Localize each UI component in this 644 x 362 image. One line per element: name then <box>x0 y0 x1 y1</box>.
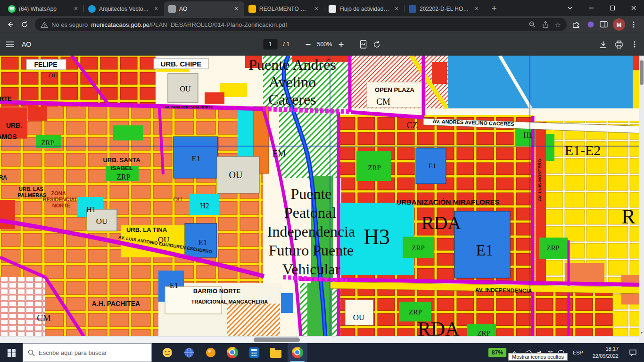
screen: ☎ (64) WhatsApp × Arquitectos Vectorial … <box>0 0 644 362</box>
map-label: ZONA <box>51 190 66 196</box>
taskbar-search-box[interactable]: Escribe aquí para buscar <box>23 343 152 362</box>
zoning-map-pdf-page[interactable]: FELIPE OU URB. CHIPE OU Puente Andrés Av… <box>0 56 644 337</box>
horizontal-scrollbar[interactable] <box>0 336 639 343</box>
smiley-icon[interactable] <box>157 343 177 362</box>
map-label: AV. LUIS MONTERO <box>537 159 542 201</box>
back-button[interactable] <box>4 18 17 31</box>
tab-title: Arquitectos Vectorial <box>99 6 149 12</box>
zoom-icon[interactable] <box>528 21 536 28</box>
map-label: OU <box>49 72 58 79</box>
map-label: OU <box>180 85 191 93</box>
orange-ball-icon[interactable] <box>201 343 221 362</box>
chrome-active-icon[interactable] <box>288 343 307 362</box>
security-label[interactable]: No es seguro <box>51 21 88 28</box>
close-tab-icon[interactable]: × <box>72 5 80 13</box>
whatsapp-icon: ☎ <box>8 5 16 13</box>
map-label: OU <box>173 196 182 203</box>
tab-hombre-doc[interactable]: 202202-D-EL HOMBR × <box>405 1 485 16</box>
maximize-button[interactable] <box>602 0 623 16</box>
scroll-down-arrow-icon[interactable]: ▼ <box>639 329 644 336</box>
download-button[interactable] <box>599 41 607 49</box>
pdf-more-options-kebab-icon[interactable] <box>631 41 638 48</box>
map-label: H2 <box>200 202 209 210</box>
tab-title: REGLAMENTO FINAL <box>259 6 309 12</box>
tab-ao-active[interactable]: AO × <box>164 1 244 16</box>
map-label: URB. SANTA <box>103 156 140 164</box>
minimize-button[interactable] <box>580 0 602 16</box>
not-secure-warning-icon <box>41 21 48 28</box>
browser-toolbar: No es seguro municatacaos.gob.pe/PLAN_DE… <box>0 16 644 33</box>
map-label: ZRP <box>409 308 422 316</box>
address-bar[interactable]: No es seguro municatacaos.gob.pe/PLAN_DE… <box>35 18 567 31</box>
map-label: AV. PANAMERICANA NORTE <box>165 105 213 109</box>
pdf-menu-hamburger-icon[interactable] <box>6 41 14 48</box>
url-text[interactable]: municatacaos.gob.pe/PLAN_DESARROLLO/014-… <box>91 21 525 28</box>
close-tab-icon[interactable]: × <box>313 5 320 13</box>
horizontal-scrollbar-thumb[interactable] <box>254 337 300 342</box>
fit-to-page-button[interactable] <box>359 40 367 49</box>
extension-icon[interactable] <box>586 20 595 29</box>
profile-avatar[interactable]: M <box>613 18 625 31</box>
close-tab-icon[interactable]: × <box>393 5 400 13</box>
map-label: Cáceres <box>268 91 316 108</box>
side-panel-icon[interactable] <box>600 21 608 28</box>
map-label: ZRP <box>412 244 425 252</box>
map-label: RDA <box>418 318 460 337</box>
battery-percentage-badge[interactable]: 87% <box>488 348 506 357</box>
map-label: ZRP <box>546 244 560 252</box>
tab-list-caret-icon[interactable] <box>559 0 580 16</box>
map-label: E1-E2 <box>565 142 601 158</box>
print-button[interactable] <box>615 41 623 49</box>
extensions-area: M <box>570 18 640 31</box>
map-label: RDA <box>421 212 462 233</box>
vertical-scrollbar[interactable]: ▼ <box>639 56 644 343</box>
browser-tab-bar: ☎ (64) WhatsApp × Arquitectos Vectorial … <box>0 0 644 16</box>
chrome-icon[interactable] <box>223 343 242 362</box>
taskbar-app-icons <box>157 343 307 362</box>
map-label: URB. <box>6 122 22 129</box>
start-button[interactable] <box>0 343 23 362</box>
calculator-icon[interactable] <box>244 343 264 362</box>
extensions-puzzle-icon[interactable] <box>573 20 582 29</box>
map-label: URB. CHIPE <box>161 60 202 68</box>
pdf-document-title: AO <box>22 41 31 48</box>
vertical-scrollbar-thumb[interactable] <box>640 60 644 85</box>
page-number-input[interactable]: 1 <box>264 39 278 49</box>
map-label: Puente <box>290 185 331 202</box>
share-icon[interactable] <box>542 21 549 28</box>
map-label: CM <box>376 97 390 107</box>
rotate-button[interactable] <box>372 41 380 49</box>
close-tab-icon[interactable]: × <box>232 5 240 13</box>
browser-menu-kebab-icon[interactable] <box>630 21 637 28</box>
language-indicator[interactable]: ESP <box>569 350 587 355</box>
pdf-viewport[interactable]: FELIPE OU URB. CHIPE OU Puente Andrés Av… <box>0 56 644 343</box>
tab-flujo[interactable]: Flujo de actividades × <box>324 1 405 16</box>
refresh-button[interactable] <box>18 18 31 31</box>
time-label: 18:17 <box>593 346 619 353</box>
tab-reglamento[interactable]: REGLAMENTO FINAL × <box>244 1 324 16</box>
globe-icon[interactable] <box>179 343 199 362</box>
taskbar-clock[interactable]: 18:17 22/09/2022 <box>589 346 622 360</box>
tab-whatsapp[interactable]: ☎ (64) WhatsApp × <box>4 1 84 16</box>
action-center-button[interactable] <box>624 349 641 356</box>
close-window-button[interactable] <box>623 0 644 16</box>
zoom-in-button[interactable] <box>338 41 344 48</box>
map-label: PALMERAS <box>18 192 47 198</box>
map-label: FELIPE <box>34 61 57 68</box>
zoom-level-label[interactable]: 500% <box>317 41 332 48</box>
vectorial-logo-icon <box>88 5 96 13</box>
zoom-out-button[interactable] <box>305 41 311 48</box>
new-tab-button[interactable]: + <box>487 2 501 15</box>
map-label: RESIDENCIAL <box>43 197 78 202</box>
close-tab-icon[interactable]: × <box>473 5 480 13</box>
folder-icon[interactable] <box>266 343 286 362</box>
map-label: Vehicular <box>282 261 340 278</box>
map-label: NORTE <box>0 95 12 102</box>
bookmark-star-icon[interactable]: ☆ <box>555 21 561 28</box>
close-tab-icon[interactable]: × <box>152 5 160 13</box>
map-label: R <box>621 205 636 228</box>
map-label: TRADICIONAL MANGACHERIA <box>191 299 268 304</box>
tab-arquitectos[interactable]: Arquitectos Vectorial × <box>84 1 164 16</box>
map-label: ZRP <box>477 329 490 337</box>
window-controls <box>559 0 644 16</box>
